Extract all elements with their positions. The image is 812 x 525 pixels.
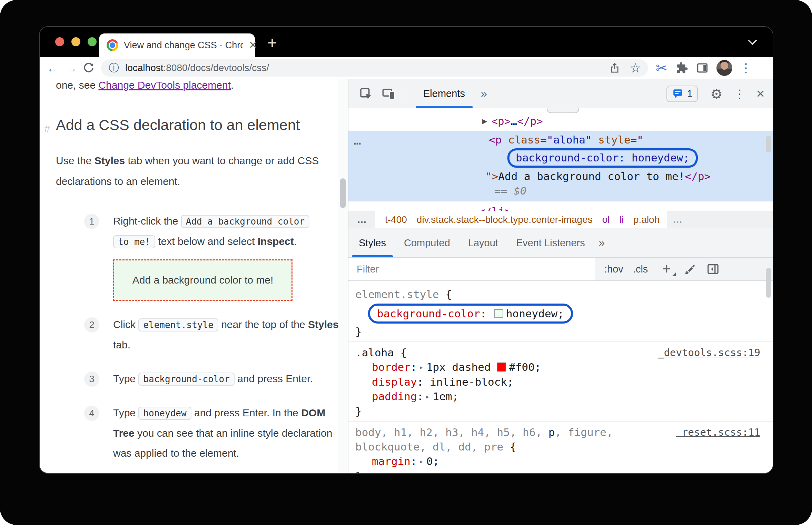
devtools-menu-kebab-icon[interactable]: ⋮: [734, 87, 745, 101]
close-brace: }: [355, 470, 362, 473]
source-link-reset-scss[interactable]: _reset.scss:11: [676, 425, 760, 439]
dom-row-selected-element[interactable]: … <p class="aloha" style=" background-co…: [348, 131, 773, 201]
declaration-margin[interactable]: margin:▸0;: [355, 454, 760, 469]
tab-close-icon[interactable]: ✕: [249, 40, 257, 50]
side-panel-icon[interactable]: [696, 61, 709, 75]
dom-p-dots: …: [511, 115, 517, 127]
bookmark-star-icon[interactable]: ☆: [630, 60, 641, 76]
browser-menu-kebab-icon[interactable]: ⋮: [740, 61, 752, 75]
step-2-number: 2: [84, 317, 99, 333]
dom-row-collapsed-p[interactable]: ▶<p>…</p>: [348, 114, 773, 128]
expand-arrow-icon[interactable]: ▶: [482, 116, 487, 126]
demo-paragraph-box[interactable]: Add a background color to me!: [113, 259, 293, 301]
tab-elements-label: Elements: [423, 88, 465, 99]
breadcrumb-item[interactable]: t-400: [385, 214, 407, 225]
rule-aloha[interactable]: .aloha { _devtools.scss:19 border:▸1px d…: [348, 341, 773, 421]
tab-elements[interactable]: Elements: [413, 79, 475, 108]
issues-counter-button[interactable]: 1: [666, 86, 698, 102]
step-1-text: Right-click the Add a background color t…: [113, 211, 338, 252]
value-display: inline-block;: [423, 376, 513, 388]
declaration-display[interactable]: display: inline-block;: [355, 375, 760, 389]
styles-scrollbar-thumb[interactable]: [766, 268, 771, 298]
property-background-color[interactable]: background-color: [377, 307, 480, 320]
declaration-highlight-ring[interactable]: background-color: honeydew;: [368, 304, 573, 324]
tab-event-listeners[interactable]: Event Listeners: [507, 228, 594, 257]
doc-scrollbar-thumb[interactable]: [340, 178, 346, 208]
devtools-close-icon[interactable]: ✕: [756, 87, 765, 100]
property-padding[interactable]: padding: [372, 390, 417, 403]
inspect-element-icon[interactable]: [359, 87, 373, 101]
toggle-sidebar-icon[interactable]: [706, 262, 720, 276]
more-panels-chevrons[interactable]: »: [481, 87, 487, 100]
heading-anchor-hash[interactable]: #: [44, 119, 50, 139]
forward-button[interactable]: →: [64, 61, 79, 75]
selector-reset-match-p[interactable]: p: [548, 426, 555, 438]
share-icon[interactable]: [609, 62, 621, 74]
minimize-window-button[interactable]: [71, 37, 80, 46]
more-tabs-chevrons[interactable]: »: [599, 237, 605, 249]
filter-input[interactable]: [348, 258, 595, 280]
breadcrumb-item[interactable]: li: [620, 214, 624, 225]
property-border[interactable]: border: [372, 361, 410, 373]
expand-triangle-icon[interactable]: ▸: [419, 363, 424, 372]
extensions-puzzle-icon[interactable]: [675, 61, 688, 75]
maximize-window-button[interactable]: [88, 37, 97, 46]
browser-toolbar: ← → ⓘ localhost:8080/docs/devtools/css/ …: [40, 57, 773, 79]
breadcrumb-overflow-right[interactable]: …: [667, 211, 773, 228]
declaration-padding[interactable]: padding:▸1em;: [355, 389, 760, 404]
reload-button[interactable]: [82, 62, 98, 74]
dom-text-node: Add a background color to me!: [498, 170, 685, 182]
breadcrumb-item-selected[interactable]: p.aloh: [633, 214, 660, 225]
rendering-brush-icon[interactable]: [683, 262, 696, 276]
tab-styles[interactable]: Styles: [350, 228, 395, 257]
new-style-rule-button[interactable]: +: [662, 262, 671, 276]
color-swatch-red[interactable]: [497, 363, 506, 372]
close-window-button[interactable]: [55, 37, 64, 46]
rule-reset[interactable]: body, h1, h2, h3, h4, h5, h6, p, figure,…: [348, 421, 773, 473]
profile-avatar[interactable]: [716, 60, 732, 76]
doc-scrollbar[interactable]: [338, 79, 348, 473]
breadcrumb-item[interactable]: div.stack.stack--block.type.center-image…: [417, 214, 593, 225]
styles-scroll-gutter: [763, 459, 763, 473]
toggle-class-button[interactable]: .cls: [633, 264, 648, 275]
device-toolbar-icon[interactable]: [382, 87, 396, 101]
expand-triangle-icon[interactable]: ▸: [425, 392, 430, 401]
declaration-border[interactable]: border:▸1px dashed #f00;: [355, 360, 760, 375]
selector-element-style[interactable]: element.style: [355, 288, 439, 300]
address-bar[interactable]: ⓘ localhost:8080/docs/devtools/css/ ☆: [101, 59, 648, 77]
sidebar-tabs: Styles Computed Layout Event Listeners »: [348, 228, 773, 258]
expand-triangle-icon[interactable]: ▸: [419, 457, 424, 466]
inline-style-highlight-ring[interactable]: background-color: honeydew;: [507, 148, 698, 168]
settings-gear-icon[interactable]: ⚙: [710, 86, 723, 102]
tab-computed[interactable]: Computed: [395, 228, 459, 257]
site-info-icon[interactable]: ⓘ: [109, 61, 119, 75]
screenshot-frame: View and change CSS - Chrome ✕ + ← → ⓘ l…: [0, 0, 812, 525]
breadcrumb-overflow-left[interactable]: …: [348, 211, 375, 228]
color-swatch-honeydew[interactable]: [494, 309, 503, 318]
browser-tab[interactable]: View and change CSS - Chrome ✕: [99, 33, 255, 57]
selector-aloha[interactable]: .aloha: [355, 346, 394, 359]
change-devtools-placement-link[interactable]: Change DevTools placement: [98, 79, 231, 91]
property-display[interactable]: display: [372, 376, 417, 388]
value-padding: 1em;: [433, 390, 459, 403]
styles-pane: element.style { background-color: honeyd…: [348, 281, 773, 473]
dom-eq: =: [540, 133, 547, 146]
open-brace: {: [439, 288, 452, 300]
node-options-dots-icon[interactable]: …: [354, 133, 362, 148]
property-margin[interactable]: margin: [372, 455, 410, 467]
tab-layout[interactable]: Layout: [459, 228, 507, 257]
dom-row-li-close[interactable]: </li>: [348, 204, 773, 211]
back-button[interactable]: ←: [45, 61, 60, 75]
dom-scrollbar-thumb[interactable]: [766, 136, 771, 152]
new-tab-button[interactable]: +: [267, 33, 277, 52]
rule-element-style[interactable]: element.style { background-color: honeyd…: [348, 281, 773, 341]
value-honeydew[interactable]: honeydew;: [506, 307, 564, 320]
toggle-hover-state-button[interactable]: :hov: [604, 264, 623, 275]
source-link-devtools-scss[interactable]: _devtools.scss:19: [658, 345, 760, 360]
doc-intro-line: one, see Change DevTools placement.: [56, 79, 338, 93]
dom-dollar-zero: $0: [514, 185, 526, 197]
step-1-bold: Inspect: [258, 236, 294, 247]
scissors-extension-icon[interactable]: ✂: [656, 60, 667, 76]
tab-search-chevron-icon[interactable]: [747, 39, 757, 46]
breadcrumb-item[interactable]: ol: [602, 214, 610, 225]
